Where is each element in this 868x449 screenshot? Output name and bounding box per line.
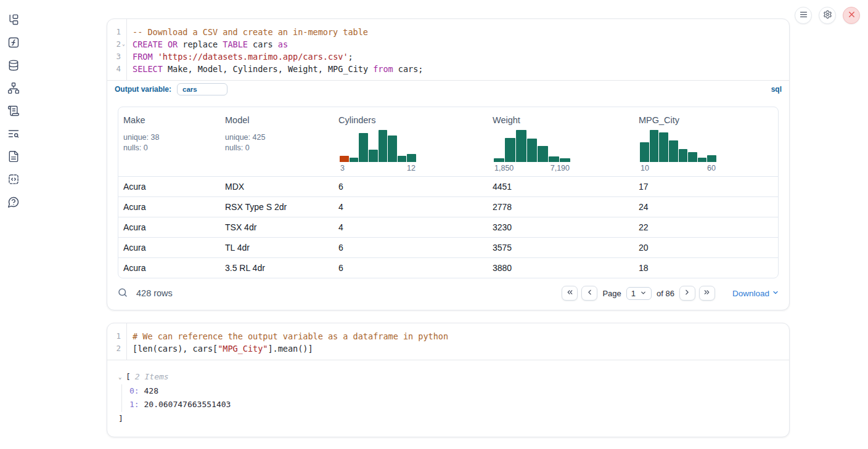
- download-button[interactable]: Download: [732, 289, 779, 298]
- column-header-weight[interactable]: Weight1,8507,190: [488, 107, 634, 176]
- table-row[interactable]: Acura3.5 RL 4dr6388018: [118, 257, 778, 278]
- table-cell: 2778: [488, 202, 634, 212]
- items-count: 2 Items: [135, 370, 169, 384]
- menu-button[interactable]: [795, 7, 812, 24]
- histogram-bar: [659, 132, 668, 162]
- fold-spacer: [121, 51, 126, 63]
- table-cell: 4: [334, 222, 488, 232]
- collapse-chevron-icon[interactable]: ⌄: [118, 370, 126, 384]
- scroll-logs-icon[interactable]: [7, 104, 20, 117]
- row-count: 428 rows: [136, 288, 173, 298]
- item-value: 20.060747663551403: [139, 400, 231, 409]
- histogram-bar: [707, 155, 716, 162]
- chevron-down-icon: [772, 289, 779, 298]
- page-select[interactable]: 1: [626, 287, 652, 300]
- table-row[interactable]: AcuraTL 4dr6357520: [118, 237, 778, 257]
- help-bubble-icon[interactable]: [7, 195, 20, 208]
- database-icon[interactable]: [7, 59, 20, 71]
- column-stats: unique: 38nulls: 0: [123, 132, 215, 153]
- histogram-bar: [505, 138, 515, 162]
- table-cell: 22: [634, 222, 778, 232]
- fold-spacer: [121, 330, 126, 342]
- chevron-down-icon: [640, 289, 647, 298]
- table-cell: Acura: [118, 263, 220, 273]
- table-cell: TL 4dr: [220, 243, 334, 253]
- chevron-left-icon: [586, 288, 594, 299]
- column-header-model[interactable]: Modelunique: 425nulls: 0: [220, 107, 334, 176]
- prev-page-button[interactable]: [581, 286, 597, 301]
- first-page-button[interactable]: [562, 286, 578, 301]
- function-square-icon[interactable]: [7, 36, 20, 49]
- chevrons-left-icon: [566, 288, 574, 299]
- histogram-bar: [549, 156, 559, 162]
- search-icon[interactable]: [117, 287, 129, 299]
- dependency-graph-icon[interactable]: [7, 81, 20, 94]
- table-row[interactable]: AcuraTSX 4dr4323022: [118, 217, 778, 237]
- column-histogram[interactable]: 1,8507,190: [494, 130, 570, 172]
- next-page-button[interactable]: [679, 286, 695, 301]
- chevrons-right-icon: [703, 288, 711, 299]
- table-cell: 20: [634, 243, 778, 253]
- code-snippet-icon[interactable]: [7, 172, 20, 185]
- histogram-bar: [516, 130, 526, 162]
- column-histogram[interactable]: 312: [340, 130, 416, 172]
- histogram-bar: [379, 130, 388, 162]
- column-header-mpg_city[interactable]: MPG_City1060: [634, 107, 778, 176]
- column-name: Cylinders: [338, 115, 483, 125]
- code-line: 1# We can reference the output variable …: [107, 330, 789, 342]
- column-stats: unique: 425nulls: 0: [225, 132, 329, 153]
- code-line: 2[len(cars), cars["MPG_City"].mean()]: [107, 342, 789, 355]
- table-cell: 6: [334, 263, 488, 273]
- column-histogram[interactable]: 1060: [640, 130, 716, 172]
- document-icon[interactable]: [7, 150, 20, 163]
- file-tree-icon[interactable]: [7, 13, 20, 26]
- line-number: 2: [107, 342, 121, 355]
- settings-button[interactable]: [819, 7, 836, 24]
- page-total-label: of 86: [655, 289, 676, 298]
- fold-spacer: [121, 63, 126, 75]
- gear-icon: [823, 10, 832, 22]
- output-variable-input[interactable]: [177, 83, 227, 95]
- histogram-bar: [650, 130, 659, 162]
- line-number: 2: [107, 38, 121, 51]
- line-number: 1: [107, 330, 121, 342]
- table-cell: 3.5 RL 4dr: [220, 263, 334, 273]
- output-tree-header: ⌄ [ 2 Items: [118, 370, 778, 384]
- close-bracket: ]: [118, 412, 778, 426]
- table-cell: 6: [334, 182, 488, 192]
- table-row[interactable]: AcuraMDX6445117: [118, 176, 778, 196]
- output-tree-item: 1: 20.060747663551403: [129, 398, 778, 412]
- table-cell: 3880: [488, 263, 634, 273]
- histogram-bar: [407, 154, 416, 162]
- histogram-range-labels: 1,8507,190: [494, 164, 570, 172]
- result-table: Makeunique: 38nulls: 0Modelunique: 425nu…: [118, 107, 779, 278]
- histogram-bar: [560, 158, 570, 162]
- top-right-controls: [795, 7, 860, 24]
- fold-spacer: [121, 342, 126, 355]
- download-label: Download: [732, 289, 769, 298]
- histogram-bar: [640, 142, 649, 162]
- table-cell: RSX Type S 2dr: [220, 202, 334, 212]
- fold-chevron-icon[interactable]: ⌄: [121, 38, 126, 51]
- python-output: ⌄ [ 2 Items 0: 4281: 20.060747663551403 …: [107, 360, 789, 437]
- column-header-make[interactable]: Makeunique: 38nulls: 0: [118, 107, 220, 176]
- sql-code-editor[interactable]: 1-- Download a CSV and create an in-memo…: [107, 19, 789, 80]
- column-header-cylinders[interactable]: Cylinders312: [334, 107, 488, 176]
- histogram-bar: [669, 140, 678, 162]
- table-cell: MDX: [220, 182, 334, 192]
- table-header-row: Makeunique: 38nulls: 0Modelunique: 425nu…: [118, 107, 778, 176]
- histogram-bar: [369, 150, 378, 162]
- histogram-bar: [350, 158, 359, 162]
- python-code-editor[interactable]: 1# We can reference the output variable …: [107, 323, 789, 360]
- table-cell: 4451: [488, 182, 634, 192]
- column-name: Model: [225, 115, 329, 125]
- table-row[interactable]: AcuraRSX Type S 2dr4277824: [118, 196, 778, 217]
- histogram-bar: [698, 158, 707, 162]
- pagination: Page 1 of 86 Download: [562, 286, 779, 301]
- page-label: Page: [601, 289, 622, 298]
- last-page-button[interactable]: [699, 286, 715, 301]
- list-search-icon[interactable]: [7, 127, 20, 140]
- close-button[interactable]: [843, 7, 860, 24]
- python-cell-card: 1# We can reference the output variable …: [107, 323, 790, 437]
- table-cell: Acura: [118, 182, 220, 192]
